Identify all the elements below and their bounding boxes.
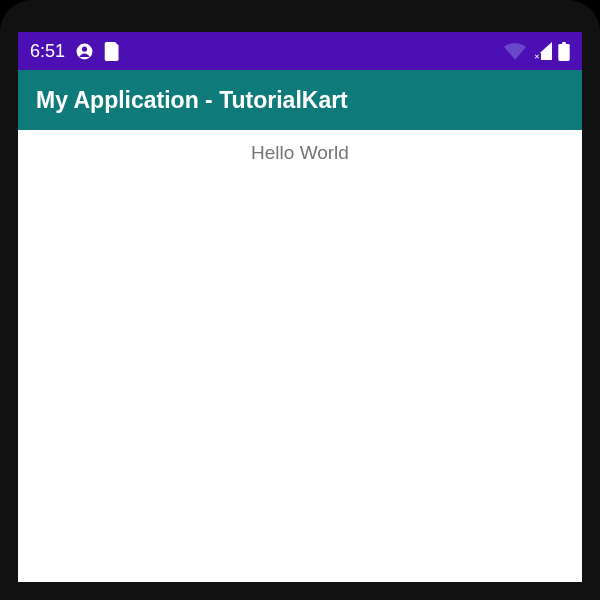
svg-rect-5	[562, 42, 566, 45]
profile-icon	[75, 42, 94, 61]
wifi-icon	[504, 43, 526, 60]
main-content: Hello World	[18, 130, 582, 582]
screen: 6:51 ✕	[18, 32, 582, 582]
battery-icon	[558, 42, 570, 61]
app-bar: My Application - TutorialKart	[18, 70, 582, 130]
device-frame: 6:51 ✕	[0, 0, 600, 600]
svg-point-1	[82, 46, 87, 51]
status-clock: 6:51	[30, 41, 65, 62]
sd-card-icon	[104, 42, 121, 61]
status-bar: 6:51 ✕	[18, 32, 582, 70]
signal-no-data-icon: ✕	[532, 42, 552, 60]
svg-rect-4	[558, 43, 569, 60]
app-title: My Application - TutorialKart	[36, 87, 348, 114]
status-bar-left: 6:51	[30, 41, 121, 62]
hello-text: Hello World	[18, 142, 582, 164]
status-bar-right: ✕	[504, 42, 570, 61]
svg-text:✕: ✕	[534, 53, 540, 60]
device-border: 6:51 ✕	[0, 0, 600, 600]
